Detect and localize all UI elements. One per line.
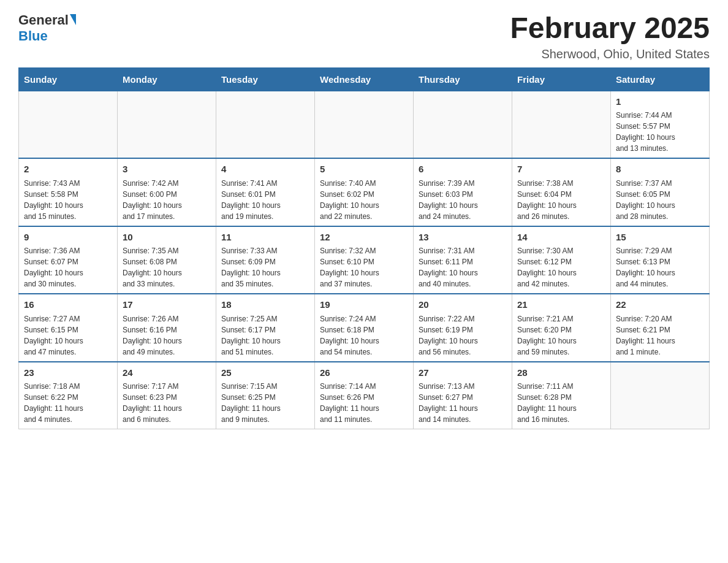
day-number: 28 (517, 366, 605, 380)
day-info: Sunrise: 7:42 AMSunset: 6:00 PMDaylight:… (123, 178, 211, 222)
day-info: Sunrise: 7:36 AMSunset: 6:07 PMDaylight:… (24, 245, 112, 289)
day-info: Sunrise: 7:24 AMSunset: 6:18 PMDaylight:… (320, 313, 408, 358)
calendar-day-cell: 7Sunrise: 7:38 AMSunset: 6:04 PMDaylight… (512, 158, 611, 226)
day-info: Sunrise: 7:38 AMSunset: 6:04 PMDaylight:… (517, 178, 605, 222)
day-info: Sunrise: 7:40 AMSunset: 6:02 PMDaylight:… (320, 178, 408, 222)
location-subtitle: Sherwood, Ohio, United States (510, 47, 710, 61)
calendar-week-row: 16Sunrise: 7:27 AMSunset: 6:15 PMDayligh… (19, 294, 710, 362)
day-info: Sunrise: 7:20 AMSunset: 6:21 PMDaylight:… (616, 313, 704, 358)
day-info: Sunrise: 7:26 AMSunset: 6:16 PMDaylight:… (123, 313, 211, 358)
day-info: Sunrise: 7:13 AMSunset: 6:27 PMDaylight:… (419, 381, 507, 425)
day-number: 14 (517, 231, 605, 245)
calendar-day-cell: 10Sunrise: 7:35 AMSunset: 6:08 PMDayligh… (118, 226, 216, 294)
day-number: 2 (24, 163, 112, 177)
day-number: 11 (221, 231, 309, 245)
day-number: 6 (419, 163, 507, 177)
day-info: Sunrise: 7:37 AMSunset: 6:05 PMDaylight:… (616, 178, 704, 222)
day-info: Sunrise: 7:33 AMSunset: 6:09 PMDaylight:… (221, 245, 309, 289)
day-number: 13 (419, 231, 507, 245)
calendar-day-cell: 16Sunrise: 7:27 AMSunset: 6:15 PMDayligh… (19, 294, 118, 362)
day-info: Sunrise: 7:35 AMSunset: 6:08 PMDaylight:… (123, 245, 211, 289)
day-number: 20 (419, 298, 507, 312)
calendar-week-row: 2Sunrise: 7:43 AMSunset: 5:58 PMDaylight… (19, 158, 710, 226)
calendar-day-cell: 14Sunrise: 7:30 AMSunset: 6:12 PMDayligh… (512, 226, 611, 294)
weekday-header-monday: Monday (118, 67, 216, 91)
day-number: 15 (616, 231, 704, 245)
day-number: 1 (616, 95, 704, 109)
calendar-day-cell (315, 91, 414, 158)
month-title: February 2025 (510, 12, 710, 45)
day-info: Sunrise: 7:44 AMSunset: 5:57 PMDaylight:… (616, 110, 704, 154)
calendar-day-cell: 27Sunrise: 7:13 AMSunset: 6:27 PMDayligh… (414, 362, 512, 429)
calendar-day-cell: 2Sunrise: 7:43 AMSunset: 5:58 PMDaylight… (19, 158, 118, 226)
calendar-day-cell: 4Sunrise: 7:41 AMSunset: 6:01 PMDaylight… (216, 158, 315, 226)
day-number: 17 (123, 298, 211, 312)
weekday-header-sunday: Sunday (19, 67, 118, 91)
day-info: Sunrise: 7:17 AMSunset: 6:23 PMDaylight:… (123, 381, 211, 425)
logo-general-text: General (18, 12, 69, 28)
day-number: 25 (221, 366, 309, 380)
calendar-day-cell: 8Sunrise: 7:37 AMSunset: 6:05 PMDaylight… (611, 158, 710, 226)
calendar-week-row: 9Sunrise: 7:36 AMSunset: 6:07 PMDaylight… (19, 226, 710, 294)
day-info: Sunrise: 7:32 AMSunset: 6:10 PMDaylight:… (320, 245, 408, 289)
day-number: 27 (419, 366, 507, 380)
day-number: 10 (123, 231, 211, 245)
calendar-day-cell: 15Sunrise: 7:29 AMSunset: 6:13 PMDayligh… (611, 226, 710, 294)
calendar-day-cell (512, 91, 611, 158)
day-info: Sunrise: 7:29 AMSunset: 6:13 PMDaylight:… (616, 245, 704, 289)
day-number: 12 (320, 231, 408, 245)
calendar-day-cell (19, 91, 118, 158)
day-number: 23 (24, 366, 112, 380)
day-number: 18 (221, 298, 309, 312)
calendar-day-cell: 25Sunrise: 7:15 AMSunset: 6:25 PMDayligh… (216, 362, 315, 429)
day-info: Sunrise: 7:21 AMSunset: 6:20 PMDaylight:… (517, 313, 605, 358)
calendar-week-row: 23Sunrise: 7:18 AMSunset: 6:22 PMDayligh… (19, 362, 710, 429)
calendar-day-cell: 18Sunrise: 7:25 AMSunset: 6:17 PMDayligh… (216, 294, 315, 362)
day-info: Sunrise: 7:25 AMSunset: 6:17 PMDaylight:… (221, 313, 309, 358)
day-number: 9 (24, 231, 112, 245)
title-block: February 2025 Sherwood, Ohio, United Sta… (510, 12, 710, 61)
calendar-day-cell: 20Sunrise: 7:22 AMSunset: 6:19 PMDayligh… (414, 294, 512, 362)
day-number: 21 (517, 298, 605, 312)
day-info: Sunrise: 7:31 AMSunset: 6:11 PMDaylight:… (419, 245, 507, 289)
calendar-day-cell: 19Sunrise: 7:24 AMSunset: 6:18 PMDayligh… (315, 294, 414, 362)
calendar-day-cell (414, 91, 512, 158)
day-info: Sunrise: 7:41 AMSunset: 6:01 PMDaylight:… (221, 178, 309, 222)
calendar-day-cell: 28Sunrise: 7:11 AMSunset: 6:28 PMDayligh… (512, 362, 611, 429)
logo: General Blue (18, 12, 76, 44)
day-number: 7 (517, 163, 605, 177)
day-info: Sunrise: 7:27 AMSunset: 6:15 PMDaylight:… (24, 313, 112, 358)
day-number: 5 (320, 163, 408, 177)
day-info: Sunrise: 7:15 AMSunset: 6:25 PMDaylight:… (221, 381, 309, 425)
page-header: General Blue February 2025 Sherwood, Ohi… (18, 12, 710, 61)
calendar-day-cell: 23Sunrise: 7:18 AMSunset: 6:22 PMDayligh… (19, 362, 118, 429)
weekday-header-row: SundayMondayTuesdayWednesdayThursdayFrid… (19, 67, 710, 91)
weekday-header-wednesday: Wednesday (315, 67, 414, 91)
calendar-day-cell: 5Sunrise: 7:40 AMSunset: 6:02 PMDaylight… (315, 158, 414, 226)
day-info: Sunrise: 7:11 AMSunset: 6:28 PMDaylight:… (517, 381, 605, 425)
calendar-day-cell (611, 362, 710, 429)
day-info: Sunrise: 7:18 AMSunset: 6:22 PMDaylight:… (24, 381, 112, 425)
calendar-day-cell: 11Sunrise: 7:33 AMSunset: 6:09 PMDayligh… (216, 226, 315, 294)
logo-triangle-icon (70, 14, 76, 25)
weekday-header-tuesday: Tuesday (216, 67, 315, 91)
calendar-day-cell: 6Sunrise: 7:39 AMSunset: 6:03 PMDaylight… (414, 158, 512, 226)
day-number: 16 (24, 298, 112, 312)
calendar-week-row: 1Sunrise: 7:44 AMSunset: 5:57 PMDaylight… (19, 91, 710, 158)
calendar-day-cell: 12Sunrise: 7:32 AMSunset: 6:10 PMDayligh… (315, 226, 414, 294)
calendar-table: SundayMondayTuesdayWednesdayThursdayFrid… (18, 67, 710, 430)
day-number: 22 (616, 298, 704, 312)
weekday-header-saturday: Saturday (611, 67, 710, 91)
day-number: 3 (123, 163, 211, 177)
weekday-header-friday: Friday (512, 67, 611, 91)
day-info: Sunrise: 7:14 AMSunset: 6:26 PMDaylight:… (320, 381, 408, 425)
calendar-day-cell: 9Sunrise: 7:36 AMSunset: 6:07 PMDaylight… (19, 226, 118, 294)
logo-blue-text: Blue (18, 28, 76, 44)
day-number: 26 (320, 366, 408, 380)
day-number: 19 (320, 298, 408, 312)
calendar-day-cell: 22Sunrise: 7:20 AMSunset: 6:21 PMDayligh… (611, 294, 710, 362)
calendar-day-cell: 1Sunrise: 7:44 AMSunset: 5:57 PMDaylight… (611, 91, 710, 158)
calendar-day-cell (216, 91, 315, 158)
day-number: 8 (616, 163, 704, 177)
calendar-day-cell: 13Sunrise: 7:31 AMSunset: 6:11 PMDayligh… (414, 226, 512, 294)
